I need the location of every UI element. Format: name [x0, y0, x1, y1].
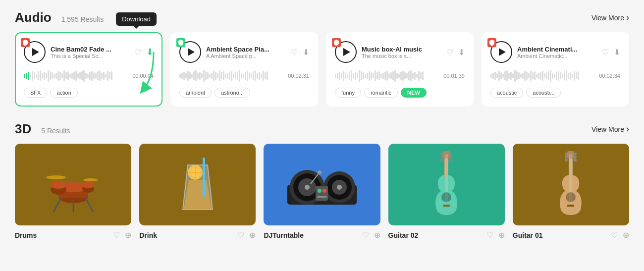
duration-3: 00:01:39 [443, 73, 465, 79]
three-d-view-more[interactable]: View More [591, 124, 629, 134]
page: Audio 1,595 Results View More Download [0, 0, 644, 250]
svg-marker-0 [32, 48, 39, 56]
audio-card-2-top: Ambient Space Pia... A Ambient Space p..… [179, 41, 309, 63]
svg-rect-34 [317, 196, 327, 198]
three-d-section-header: 3D 5 Results View More [15, 121, 629, 137]
audio-actions-1: ♡ ⬇ [134, 47, 154, 57]
svg-point-60 [574, 153, 577, 156]
audio-card-3-top: Music box-AI music The music box is s...… [335, 41, 465, 63]
shield-badge-2 [176, 38, 185, 47]
tag-action[interactable]: action [50, 88, 77, 98]
audio-info-2: Ambient Space Pia... A Ambient Space p..… [206, 46, 286, 59]
svg-point-63 [566, 192, 576, 202]
download-button-4[interactable]: ⬇ [614, 48, 620, 57]
audio-actions-3: ♡ ⬇ [446, 48, 465, 57]
audio-subtitle-1: This is a Special So... [51, 53, 129, 59]
tag-funny[interactable]: funny [335, 88, 361, 98]
waveform-row-3: 00:01:39 [335, 69, 465, 83]
drums-card-bottom: Drums ♡ ⊕ [15, 230, 131, 240]
audio-actions-4: ♡ ⬇ [602, 48, 620, 57]
audio-title: Audio [15, 10, 52, 25]
guitar1-cart-icon[interactable]: ⊕ [623, 230, 629, 240]
guitar2-cart-icon[interactable]: ⊕ [498, 230, 505, 240]
like-button-1[interactable]: ♡ [134, 48, 141, 57]
svg-point-11 [82, 181, 94, 188]
drink-cart-icon[interactable]: ⊕ [249, 230, 256, 240]
like-button-2[interactable]: ♡ [291, 48, 298, 57]
three-d-card-drink[interactable]: Drink ♡ ⊕ [139, 144, 256, 240]
waveform-1 [24, 69, 128, 83]
svg-marker-3 [499, 48, 506, 56]
three-d-title: 3D [15, 121, 31, 137]
like-button-3[interactable]: ♡ [446, 48, 453, 57]
audio-subtitle-4: Ambient Cinematic... [517, 53, 597, 59]
audio-card-1-top: Cine Bam02 Fade ... This is a Special So… [24, 41, 154, 63]
like-button-4[interactable]: ♡ [602, 48, 609, 57]
svg-line-15 [86, 198, 93, 212]
turntable-cart-icon[interactable]: ⊕ [374, 230, 380, 240]
guitar2-card-bottom: Guitar 02 ♡ ⊕ [388, 230, 505, 240]
svg-point-32 [318, 189, 322, 193]
svg-rect-31 [316, 186, 328, 201]
svg-point-26 [305, 185, 310, 190]
audio-card-1: Download Cine Bam02 Fade ... This is a S… [15, 32, 162, 107]
svg-point-62 [574, 159, 577, 162]
guitar2-like-icon[interactable]: ♡ [486, 230, 493, 240]
download-button-2[interactable]: ⬇ [303, 48, 309, 57]
svg-point-44 [440, 156, 443, 159]
audio-card-4-top: Ambient Cinemati... Ambient Cinematic...… [490, 41, 620, 63]
guitar1-name: Guitar 01 [513, 231, 543, 239]
svg-point-61 [574, 156, 577, 159]
shield-badge-1 [21, 38, 30, 47]
audio-title-2: Ambient Space Pia... [206, 46, 286, 53]
svg-point-9 [51, 181, 66, 189]
audio-tags-3: funny romantic NEW [335, 88, 465, 98]
drums-like-icon[interactable]: ♡ [113, 230, 120, 240]
turntable-name: DJTurntable [264, 231, 304, 239]
drink-actions: ♡ ⊕ [237, 230, 256, 240]
tag-acousti2[interactable]: acousti... [526, 88, 561, 98]
guitar1-like-icon[interactable]: ♡ [611, 230, 618, 240]
tag-acoustic[interactable]: acoustic [490, 88, 523, 98]
three-d-card-guitar1[interactable]: Guitar 01 ♡ ⊕ [513, 144, 629, 240]
audio-view-more[interactable]: View More [591, 12, 629, 23]
three-d-card-turntable[interactable]: DJTurntable ♡ ⊕ [264, 144, 380, 240]
svg-point-59 [565, 159, 568, 162]
svg-rect-50 [443, 205, 450, 207]
turntable-like-icon[interactable]: ♡ [362, 230, 369, 240]
audio-card-2: Ambient Space Pia... A Ambient Space p..… [170, 32, 318, 107]
drink-like-icon[interactable]: ♡ [237, 230, 244, 240]
audio-tags-2: ambient astrono... [179, 88, 309, 98]
drink-image [139, 144, 256, 225]
tag-sfx[interactable]: SFX [24, 88, 47, 98]
tag-astrono[interactable]: astrono... [215, 88, 250, 98]
three-d-card-drums[interactable]: Drums ♡ ⊕ [15, 144, 131, 240]
download-button-3[interactable]: ⬇ [458, 48, 465, 57]
three-d-card-guitar2[interactable]: Guitar 02 ♡ ⊕ [388, 144, 505, 240]
tag-new[interactable]: NEW [401, 88, 427, 98]
audio-tags-1: SFX action [24, 88, 154, 98]
download-button-1[interactable]: ⬇ [146, 47, 154, 57]
svg-point-30 [337, 185, 342, 190]
drums-cart-icon[interactable]: ⊕ [125, 230, 131, 240]
drums-name: Drums [15, 231, 37, 239]
svg-point-47 [449, 156, 452, 159]
turntable-image [264, 144, 380, 225]
shield-badge-4 [487, 38, 496, 47]
audio-info-3: Music box-AI music The music box is s... [362, 46, 441, 59]
duration-2: 00:02:31 [288, 73, 309, 79]
audio-actions-2: ♡ ⬇ [291, 48, 309, 57]
svg-point-13 [83, 178, 98, 181]
guitar1-card-bottom: Guitar 01 ♡ ⊕ [513, 230, 629, 240]
guitar1-image [513, 144, 629, 225]
svg-rect-64 [567, 205, 574, 207]
tag-ambient[interactable]: ambient [179, 88, 212, 98]
waveform-2 [179, 69, 284, 83]
audio-subtitle-2: A Ambient Space p... [206, 53, 286, 59]
waveform-3 [335, 69, 439, 83]
svg-point-43 [440, 153, 443, 156]
waveform-row-4: 00:02:34 [490, 69, 620, 83]
svg-point-33 [322, 189, 326, 193]
audio-subtitle-3: The music box is s... [362, 53, 441, 59]
tag-romantic[interactable]: romantic [364, 88, 398, 98]
